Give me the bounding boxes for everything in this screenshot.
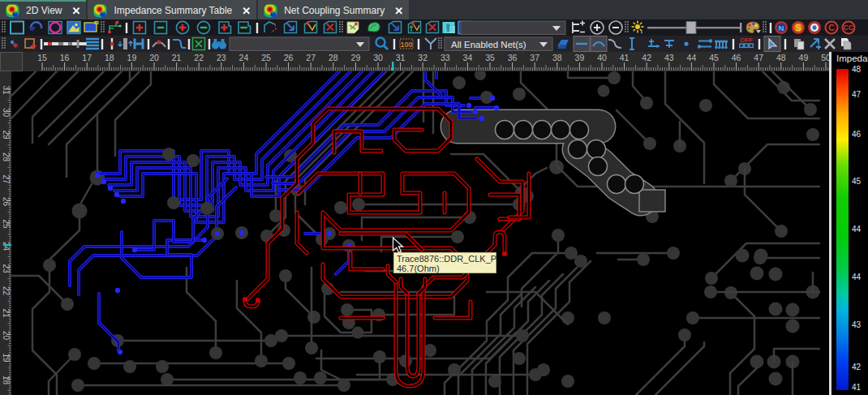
svg-text:19: 19 — [2, 353, 11, 363]
svg-text:48: 48 — [776, 53, 786, 62]
svg-text:31: 31 — [2, 85, 11, 95]
svg-text:24: 24 — [239, 53, 249, 62]
svg-text:S: S — [796, 24, 801, 32]
svg-text:C: C — [828, 23, 835, 32]
svg-text:38: 38 — [552, 53, 562, 62]
svg-text:21: 21 — [172, 53, 182, 62]
svg-text:15: 15 — [37, 53, 47, 62]
svg-text:17: 17 — [82, 53, 92, 62]
svg-text:CC: CC — [844, 24, 853, 32]
svg-text:All Enabled Net(s): All Enabled Net(s) — [451, 40, 526, 49]
svg-text:24: 24 — [2, 242, 11, 251]
svg-text:21: 21 — [2, 308, 11, 318]
svg-text:18: 18 — [105, 53, 114, 62]
svg-text:30: 30 — [2, 108, 11, 118]
svg-text:32: 32 — [418, 53, 428, 62]
svg-text:22: 22 — [194, 53, 204, 62]
svg-text:33: 33 — [440, 53, 450, 62]
svg-text:23: 23 — [2, 264, 11, 273]
svg-text:42: 42 — [642, 53, 651, 62]
svg-text:44: 44 — [687, 53, 697, 62]
svg-text:26: 26 — [284, 53, 294, 62]
svg-text:100: 100 — [400, 41, 412, 49]
svg-text:OFF: OFF — [740, 36, 753, 44]
svg-text:27: 27 — [306, 53, 316, 62]
svg-text:27: 27 — [2, 174, 11, 184]
svg-text:N: N — [779, 24, 784, 32]
svg-text:47: 47 — [754, 53, 763, 62]
svg-text:19: 19 — [127, 53, 137, 62]
svg-text:43: 43 — [664, 53, 674, 62]
svg-text:20: 20 — [2, 331, 11, 341]
svg-text:46: 46 — [732, 53, 741, 62]
svg-text:49: 49 — [799, 53, 809, 62]
svg-text:45: 45 — [709, 53, 719, 62]
svg-text:35: 35 — [485, 53, 495, 62]
svg-text:22: 22 — [2, 286, 11, 296]
svg-text:36: 36 — [508, 53, 518, 62]
svg-text:30: 30 — [373, 53, 383, 62]
svg-text:28: 28 — [2, 152, 11, 162]
svg-text:23: 23 — [217, 53, 226, 62]
svg-text:31: 31 — [396, 53, 406, 62]
svg-text:25: 25 — [2, 219, 11, 229]
svg-text:40: 40 — [597, 53, 607, 62]
svg-text:18: 18 — [2, 376, 11, 385]
svg-text:20: 20 — [149, 53, 159, 62]
svg-text:16: 16 — [60, 53, 70, 62]
svg-text:26: 26 — [2, 197, 11, 207]
svg-text:34: 34 — [463, 53, 473, 62]
svg-text:39: 39 — [575, 53, 585, 62]
svg-text:37: 37 — [530, 53, 539, 62]
svg-text:29: 29 — [2, 130, 11, 140]
svg-text:50: 50 — [821, 53, 829, 62]
svg-text:28: 28 — [329, 53, 338, 62]
svg-text:25: 25 — [261, 53, 271, 62]
svg-text:41: 41 — [620, 53, 630, 62]
svg-text:29: 29 — [351, 53, 361, 62]
